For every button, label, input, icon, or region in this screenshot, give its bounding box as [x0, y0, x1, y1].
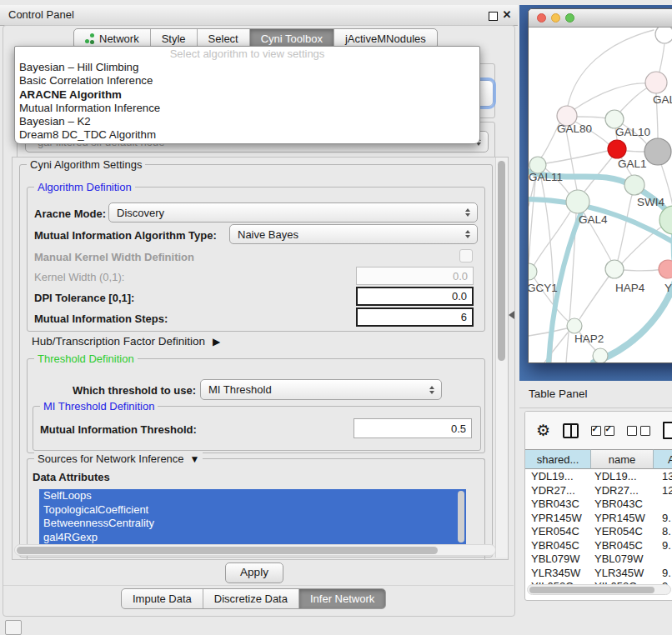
- network-node-hap4[interactable]: [605, 260, 624, 278]
- network-node-gal1[interactable]: [608, 140, 626, 158]
- float-window-icon[interactable]: [489, 12, 498, 21]
- split-view-icon[interactable]: [563, 423, 578, 438]
- table-rows: YDL19...YDL19...13YDR27...YDR27...12YBR0…: [525, 470, 672, 594]
- mi-steps-field[interactable]: 6: [356, 308, 474, 327]
- network-node[interactable]: [644, 138, 671, 165]
- splitter-collapse-icon[interactable]: [509, 311, 514, 319]
- network-node[interactable]: [659, 206, 672, 234]
- minimized-panel-icon[interactable]: [5, 620, 22, 635]
- table-row[interactable]: YBL079WYBL079W: [525, 552, 672, 567]
- cytoscape-desktop: GALGAL80GAL10GAL1GAL11SWI4GAL4GCY1HAP4YH…: [519, 5, 672, 381]
- table-row[interactable]: YPR145WYPR145W9.: [525, 512, 672, 526]
- attribute-item-gal4rgexp[interactable]: gal4RGexp: [39, 531, 466, 545]
- network-edge[interactable]: [546, 151, 608, 163]
- mi-algorithm-type-combo[interactable]: Naive Bayes: [229, 224, 478, 244]
- network-node-gcy1[interactable]: [529, 263, 537, 280]
- aracne-mode-combo[interactable]: Discovery: [108, 202, 478, 222]
- column-header-shared-name[interactable]: shared...: [525, 449, 591, 469]
- algorithm-option-bayesian-hill-climbing[interactable]: Bayesian – Hill Climbing: [15, 61, 479, 74]
- close-traffic-light-icon[interactable]: [537, 13, 546, 22]
- network-canvas[interactable]: GALGAL80GAL10GAL1GAL11SWI4GAL4GCY1HAP4YH…: [529, 28, 672, 362]
- table-cell: YDL19...: [591, 470, 654, 484]
- table-hscrollbar-track[interactable]: [527, 584, 671, 595]
- kernel-width-label: Kernel Width (0,1):: [34, 271, 124, 283]
- network-node-gal4[interactable]: [566, 190, 589, 213]
- attribute-item-topologicalcoefficient[interactable]: TopologicalCoefficient: [39, 503, 466, 518]
- table-row[interactable]: YDL19...YDL19...13: [525, 470, 672, 484]
- kernel-width-field[interactable]: 0.0: [356, 267, 474, 285]
- panel-divider: [3, 585, 514, 586]
- table-row[interactable]: YBR045CYBR045C9.: [525, 539, 672, 553]
- control-panel-title: Control Panel: [8, 5, 74, 25]
- algorithm-option-aracne-algorithm[interactable]: ARACNE Algorithm: [15, 88, 479, 102]
- settings-vscrollbar-track[interactable]: [495, 158, 508, 558]
- network-edge[interactable]: [577, 117, 606, 118]
- table-cell: 9.: [654, 567, 672, 581]
- new-table-icon[interactable]: [663, 422, 672, 439]
- sources-title[interactable]: Sources for Network Inference: [34, 452, 203, 466]
- tab-infer-network[interactable]: Infer Network: [299, 589, 385, 608]
- network-edge[interactable]: [626, 151, 644, 152]
- mi-threshold-definition-title: MI Threshold Definition: [40, 400, 158, 412]
- select-attributes-icon[interactable]: [591, 426, 614, 436]
- network-edge[interactable]: [618, 195, 632, 260]
- algorithm-definition-group: Algorithm Definition Aracne Mode: Discov…: [27, 187, 485, 332]
- mi-threshold-field[interactable]: 0.5: [354, 418, 472, 438]
- network-node[interactable]: [655, 28, 672, 43]
- network-node-y[interactable]: [659, 260, 672, 278]
- network-edge[interactable]: [620, 88, 648, 112]
- apply-button[interactable]: Apply: [225, 562, 283, 583]
- network-node[interactable]: [593, 348, 608, 362]
- network-edge[interactable]: [579, 277, 609, 319]
- algorithm-option-bayesian-k2[interactable]: Bayesian – K2: [15, 115, 479, 128]
- close-icon[interactable]: [501, 8, 513, 22]
- table-row[interactable]: YER054CYER054C8.: [525, 525, 672, 539]
- network-node-label: GAL4: [579, 213, 608, 226]
- table-cell: [654, 498, 672, 512]
- manual-kernel-width-checkbox[interactable]: [459, 249, 473, 262]
- algorithm-option-dream8-dc-tdc-algorithm[interactable]: Dream8 DC_TDC Algorithm: [15, 128, 479, 142]
- table-row[interactable]: YLR345WYLR345W9.: [525, 567, 672, 581]
- unselect-attributes-icon[interactable]: [627, 426, 650, 436]
- settings-vscrollbar-thumb[interactable]: [498, 161, 505, 361]
- network-edge[interactable]: [529, 328, 567, 336]
- gear-icon[interactable]: ⚙: [536, 422, 550, 439]
- tab-impute-data[interactable]: Impute Data: [122, 589, 203, 608]
- table-row[interactable]: YBR043CYBR043C: [525, 498, 672, 512]
- threshold-definition-group: Threshold Definition Which threshold to …: [27, 358, 485, 453]
- settings-hscrollbar-thumb[interactable]: [17, 547, 438, 554]
- table-panel-divider: [519, 408, 672, 408]
- tab-discretize-data[interactable]: Discretize Data: [203, 589, 299, 608]
- checkbox-glyph: [627, 426, 637, 436]
- table-cell: 12: [654, 484, 672, 498]
- attributes-scrollbar[interactable]: [458, 491, 464, 542]
- tab-label: Impute Data: [133, 589, 192, 608]
- network-edge[interactable]: [529, 173, 536, 263]
- which-threshold-combo[interactable]: MI Threshold: [200, 379, 442, 400]
- column-header-name[interactable]: name: [591, 449, 654, 469]
- network-window-titlebar[interactable]: [529, 9, 672, 28]
- attribute-item-betweennesscentrality[interactable]: BetweennessCentrality: [39, 517, 466, 531]
- table-cell: YPR145W: [591, 512, 654, 526]
- table-hscrollbar-thumb[interactable]: [529, 587, 654, 593]
- network-node-gal[interactable]: [645, 72, 667, 93]
- network-node-label: GAL: [653, 93, 672, 106]
- minimize-traffic-light-icon[interactable]: [551, 13, 560, 22]
- attribute-item-selfloops[interactable]: SelfLoops: [39, 489, 466, 503]
- algorithm-option-basic-correlation-inference[interactable]: Basic Correlation Inference: [15, 74, 479, 88]
- table-cell: [654, 552, 672, 567]
- network-node-hap2[interactable]: [567, 318, 582, 333]
- dpi-tolerance-field[interactable]: 0.0: [356, 287, 474, 306]
- table-row[interactable]: YDR27...YDR27...12: [525, 484, 672, 498]
- network-node-swi4[interactable]: [624, 175, 644, 195]
- zoom-traffic-light-icon[interactable]: [565, 13, 574, 22]
- table-toolbar: ⚙: [525, 412, 672, 449]
- network-edge[interactable]: [568, 30, 654, 106]
- mi-steps-label: Mutual Information Steps:: [34, 312, 168, 325]
- table-cell: 9.: [654, 539, 672, 553]
- hub-transcription-factor-section[interactable]: Hub/Transcription Factor Definition: [32, 335, 220, 348]
- column-header-third[interactable]: A: [654, 449, 672, 469]
- algorithm-option-mutual-information-inference[interactable]: Mutual Information Inference: [15, 102, 479, 115]
- settings-hscrollbar-track[interactable]: [14, 544, 496, 556]
- network-edge[interactable]: [659, 43, 664, 72]
